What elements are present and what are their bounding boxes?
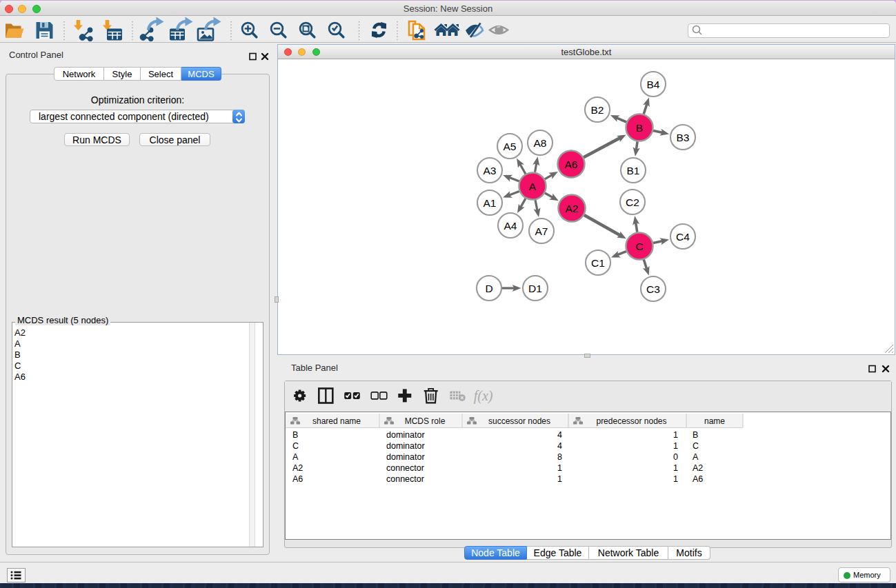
svg-text:0: 0 <box>673 452 678 462</box>
svg-text:B: B <box>292 430 298 440</box>
svg-text:successor nodes: successor nodes <box>488 416 550 426</box>
svg-text:A6: A6 <box>693 474 703 484</box>
svg-text:8: 8 <box>557 452 562 462</box>
svg-text:B2: B2 <box>591 104 604 116</box>
svg-text:f(x): f(x) <box>474 388 493 404</box>
svg-text:A3: A3 <box>484 165 497 176</box>
svg-text:A2: A2 <box>693 463 703 473</box>
svg-text:MCDS role: MCDS role <box>405 416 446 426</box>
svg-text:D1: D1 <box>528 283 542 294</box>
svg-text:1: 1 <box>673 430 678 440</box>
svg-text:A4: A4 <box>504 220 517 232</box>
svg-text:dominator: dominator <box>386 441 425 451</box>
svg-text:C: C <box>635 241 643 252</box>
svg-text:C1: C1 <box>591 257 605 269</box>
svg-text:C2: C2 <box>626 196 639 208</box>
svg-text:4: 4 <box>557 441 562 451</box>
svg-text:B: B <box>693 430 698 440</box>
svg-text:C3: C3 <box>646 283 660 295</box>
svg-text:A1: A1 <box>484 197 497 209</box>
svg-text:A6: A6 <box>565 159 578 170</box>
svg-text:A8: A8 <box>534 137 547 149</box>
svg-text:4: 4 <box>557 430 562 440</box>
svg-text:dominator: dominator <box>386 430 425 440</box>
svg-text:A: A <box>292 452 299 462</box>
svg-text:A6: A6 <box>292 474 303 484</box>
svg-text:B3: B3 <box>677 132 690 143</box>
svg-text:A: A <box>693 452 699 462</box>
svg-text:C: C <box>292 441 299 451</box>
svg-text:1: 1 <box>557 463 562 473</box>
svg-text:1: 1 <box>673 463 678 473</box>
svg-text:B: B <box>636 122 643 134</box>
svg-text:D: D <box>485 283 492 294</box>
svg-text:dominator: dominator <box>386 452 425 462</box>
svg-text:predecessor nodes: predecessor nodes <box>596 416 666 426</box>
svg-text:1: 1 <box>557 474 562 484</box>
svg-text:A7: A7 <box>535 225 548 237</box>
svg-text:1: 1 <box>673 474 678 484</box>
svg-text:C: C <box>693 441 699 451</box>
svg-text:1: 1 <box>673 441 678 451</box>
svg-text:B1: B1 <box>627 165 640 176</box>
svg-text:name: name <box>704 416 725 426</box>
svg-text:B4: B4 <box>647 79 660 90</box>
svg-text:C4: C4 <box>676 231 690 243</box>
svg-text:A: A <box>529 181 537 192</box>
svg-text:A5: A5 <box>504 141 517 152</box>
svg-text:A2: A2 <box>566 203 579 214</box>
svg-text:shared name: shared name <box>312 416 361 426</box>
svg-text:connector: connector <box>386 474 424 484</box>
svg-text:connector: connector <box>386 463 424 473</box>
svg-text:A2: A2 <box>292 463 303 473</box>
